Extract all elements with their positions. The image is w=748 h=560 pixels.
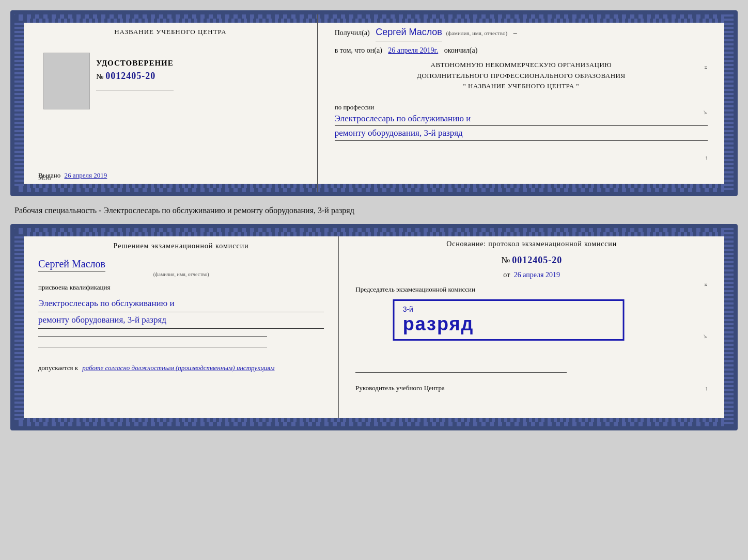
cert2-qual-profession: Электрослесарь по обслуживанию и ремонту…: [38, 296, 324, 328]
cert1-title-block: УДОСТОВЕРЕНИЕ № 0012405-20: [96, 59, 174, 90]
cert1-date-value: 26 апреля 2019г.: [388, 46, 438, 54]
cert1-issued: Выдано 26 апреля 2019: [38, 171, 303, 180]
cert1-finished-label: окончил(а): [444, 46, 478, 54]
cert2-basis-label: Основание: протокол экзаменационной коми…: [355, 238, 708, 250]
cert2-basis-number: 0012405-20: [512, 255, 562, 265]
cert2-decision-title: Решением экзаменационной комиссии: [38, 241, 324, 252]
cert1-stamp-mp: М.П.: [38, 174, 51, 182]
cert2-name: Сергей Маслов: [38, 258, 105, 271]
cert2-sig-line-2: [38, 347, 267, 347]
cert2-sig-line-1: [38, 336, 267, 337]
cert1-received-prefix: Получил(а): [335, 29, 370, 37]
cert1-org-line1: АВТОНОМНУЮ НЕКОММЕРЧЕСКУЮ ОРГАНИЗАЦИЮ: [335, 60, 708, 71]
cert1-issued-date: 26 апреля 2019: [65, 171, 107, 179]
cert1-org-line2: ДОПОЛНИТЕЛЬНОГО ПРОФЕССИОНАЛЬНОГО ОБРАЗО…: [335, 71, 708, 82]
certificate-card-2: Решением экзаменационной комиссии Сергей…: [10, 224, 738, 430]
cert2-name-block: Сергей Маслов (фамилия, имя, отчество): [38, 256, 324, 277]
between-label: Рабочая специальность - Электрослесарь п…: [10, 202, 738, 218]
cert2-left: Решением экзаменационной комиссии Сергей…: [24, 228, 339, 426]
cert1-number: 0012405-20: [105, 71, 155, 82]
cert2-basis-number-block: № 0012405-20: [355, 255, 708, 266]
cert1-number-prefix: №: [96, 72, 103, 81]
cert2-allows-block: допускается к работе согласно должностны…: [38, 363, 324, 372]
cert1-right: Получил(а) Сергей Маслов (фамилия, имя, …: [318, 14, 724, 192]
cert2-allows-text: работе согласно должностным (производств…: [82, 364, 274, 372]
cert1-photo-placeholder: [43, 53, 90, 109]
cert2-number-prefix: №: [501, 255, 510, 265]
certificate-card-1: НАЗВАНИЕ УЧЕБНОГО ЦЕНТРА УДОСТОВЕРЕНИЕ №…: [10, 10, 738, 196]
cert2-right: Основание: протокол экзаменационной коми…: [339, 228, 724, 426]
cert2-fio-label: (фамилия, имя, отчество): [38, 271, 324, 277]
cert1-udostoverenie-label: УДОСТОВЕРЕНИЕ: [96, 59, 174, 68]
cert2-head-label: Руководитель учебного Центра: [355, 383, 708, 393]
cert1-date-prefix: в том, что он(а): [335, 46, 382, 54]
cert2-chairman-label: Председатель экзаменационной комиссии: [355, 284, 708, 295]
cert2-qual-line1: Электрослесарь по обслуживанию и: [38, 296, 324, 312]
cert2-right-sig-line: [355, 372, 567, 373]
cert1-org-block: АВТОНОМНУЮ НЕКОММЕРЧЕСКУЮ ОРГАНИЗАЦИЮ ДО…: [335, 60, 708, 92]
cert1-org-line3: " НАЗВАНИЕ УЧЕБНОГО ЦЕНТРА ": [335, 81, 708, 92]
cert1-profession-prefix: по профессии: [335, 103, 708, 111]
cert2-stamp-text: разряд: [403, 313, 614, 335]
cert2-stamp-pre: 3-й: [403, 305, 614, 313]
cert1-date-line: в том, что он(а) 26 апреля 2019г. окончи…: [335, 46, 708, 55]
page-wrapper: НАЗВАНИЕ УЧЕБНОГО ЦЕНТРА УДОСТОВЕРЕНИЕ №…: [10, 10, 738, 430]
cert2-date-value: 26 апреля 2019: [514, 271, 560, 279]
cert1-received-name: Сергей Маслов: [376, 25, 442, 41]
cert2-stamp-box: 3-й разряд: [393, 299, 624, 341]
cert2-qual-line2: ремонту оборудования, 3-й разряд: [38, 312, 324, 329]
cert1-left: НАЗВАНИЕ УЧЕБНОГО ЦЕНТРА УДОСТОВЕРЕНИЕ №…: [24, 14, 318, 192]
cert1-profession-block: по профессии Электрослесарь по обслужива…: [335, 100, 708, 140]
cert1-fio-label: (фамилия, имя, отчество): [446, 30, 507, 36]
cert2-allows-prefix: допускается к: [38, 364, 78, 372]
cert1-profession-line1: Электрослесарь по обслуживанию и: [335, 111, 708, 126]
cert2-date-prefix: от: [503, 271, 510, 279]
cert1-received-line: Получил(а) Сергей Маслов (фамилия, имя, …: [335, 25, 708, 41]
cert1-org-title: НАЗВАНИЕ УЧЕБНОГО ЦЕНТРА: [114, 27, 226, 37]
cert2-assigned-label: присвоена квалификация: [38, 283, 324, 292]
cert1-profession-line2: ремонту оборудования, 3-й разряд: [335, 126, 708, 140]
cert2-basis-date: от 26 апреля 2019: [355, 271, 708, 279]
